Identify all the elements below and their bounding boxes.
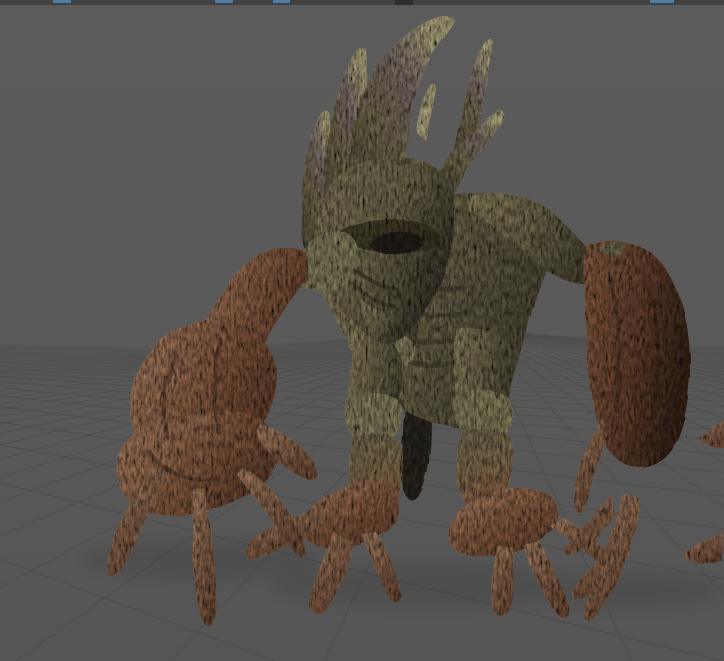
- tab-indicator[interactable]: [53, 0, 71, 3]
- tab-indicator[interactable]: [215, 0, 233, 3]
- right-leg: [453, 329, 515, 509]
- right-claw-hook: [574, 416, 606, 512]
- right-toe-1: [492, 546, 514, 616]
- tab-indicator-dark[interactable]: [395, 0, 413, 5]
- right-wrist-green-patch: [601, 240, 623, 256]
- tab-indicator[interactable]: [273, 0, 290, 3]
- viewport-canvas[interactable]: [0, 0, 724, 661]
- horn-small-spike: [416, 84, 436, 140]
- creature-model[interactable]: [107, 15, 724, 627]
- right-arm: [564, 240, 724, 621]
- app-window: [0, 0, 724, 661]
- right-edge-claw-1: [697, 420, 724, 446]
- tab-indicator[interactable]: [650, 0, 674, 3]
- right-edge-claw-2: [683, 534, 724, 565]
- left-claw-2: [192, 489, 216, 627]
- toolbar[interactable]: [0, 0, 724, 5]
- model-svg: [0, 0, 724, 661]
